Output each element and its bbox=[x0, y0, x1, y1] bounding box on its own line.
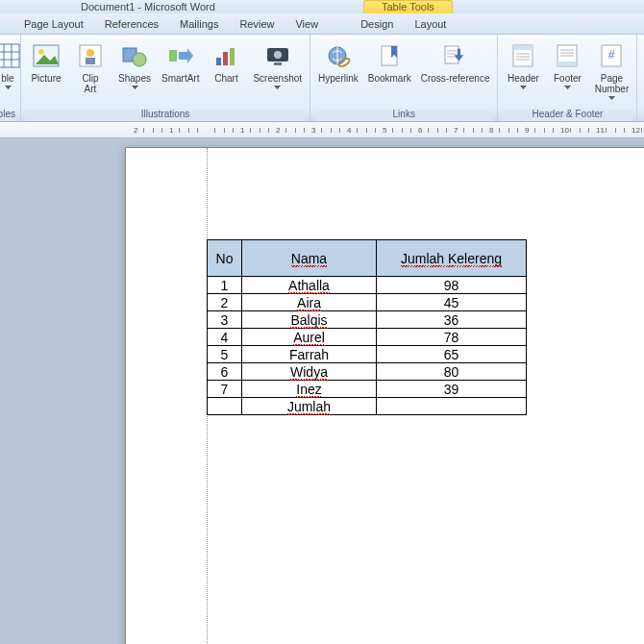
ruler-mark: 2 bbox=[132, 125, 139, 136]
cell-no[interactable]: 2 bbox=[208, 294, 242, 311]
group-links: Hyperlink Bookmark Cross-reference Links bbox=[310, 35, 498, 121]
ruler-mark: 3 bbox=[310, 125, 317, 136]
table-body: 1Athalla982Aira453Balqis364Aurel785Farra… bbox=[208, 277, 527, 415]
shapes-button[interactable]: Shapes bbox=[113, 37, 156, 95]
cell-no[interactable]: 4 bbox=[208, 329, 242, 346]
cell-nama[interactable]: Aurel bbox=[242, 329, 377, 346]
group-tables: ble Tables bbox=[0, 35, 21, 121]
table-row[interactable]: 1Athalla98 bbox=[208, 277, 527, 294]
svg-rect-18 bbox=[274, 62, 282, 65]
page-number-button[interactable]: # Page Number bbox=[590, 37, 632, 106]
table-footer-row[interactable]: Jumlah bbox=[208, 398, 527, 415]
cell-nama[interactable]: Athalla bbox=[242, 277, 377, 294]
ruler-mark: 9 bbox=[523, 125, 531, 136]
table-row[interactable]: 6Widya80 bbox=[208, 363, 527, 381]
table-icon bbox=[0, 40, 23, 71]
svg-rect-15 bbox=[230, 48, 235, 65]
cell-jumlah[interactable] bbox=[377, 398, 527, 415]
group-header-footer: Header Footer # Page Number Header & Foo… bbox=[498, 35, 637, 121]
cell-nama[interactable]: Farrah bbox=[242, 346, 377, 363]
page-number-label: Page Number bbox=[595, 73, 630, 94]
table-row[interactable]: 2Aira45 bbox=[208, 294, 527, 311]
chart-button[interactable]: Chart bbox=[205, 37, 247, 87]
group-illustrations: Picture Clip Art Shapes SmartArt Chart bbox=[21, 35, 310, 121]
tab-design[interactable]: Design bbox=[350, 15, 404, 34]
cell-jumlah[interactable]: 45 bbox=[377, 294, 527, 311]
table-header-row[interactable]: No Nama Jumlah Kelereng bbox=[208, 240, 527, 277]
cell-no[interactable]: 5 bbox=[208, 346, 242, 363]
horizontal-ruler[interactable]: 2112345678910111213 bbox=[0, 122, 644, 138]
hyperlink-icon bbox=[323, 40, 354, 71]
chevron-down-icon bbox=[274, 86, 281, 92]
screenshot-button[interactable]: Screenshot bbox=[249, 37, 306, 95]
screenshot-label: Screenshot bbox=[253, 73, 302, 84]
footer-label: Footer bbox=[554, 73, 582, 84]
hyperlink-button[interactable]: Hyperlink bbox=[314, 37, 362, 87]
cell-no[interactable]: 1 bbox=[208, 277, 242, 294]
cross-reference-label: Cross-reference bbox=[421, 73, 490, 84]
table-row[interactable]: 7Inez39 bbox=[208, 381, 527, 398]
cell-jumlah[interactable]: 78 bbox=[377, 329, 527, 346]
svg-rect-14 bbox=[223, 52, 228, 65]
group-header-footer-label: Header & Footer bbox=[502, 107, 632, 121]
cell-nama[interactable]: Balqis bbox=[242, 311, 377, 329]
clip-art-icon bbox=[75, 40, 106, 71]
table-row[interactable]: 3Balqis36 bbox=[208, 311, 527, 329]
cell-jumlah[interactable]: 39 bbox=[377, 381, 527, 398]
ruler-mark: 1 bbox=[167, 125, 175, 136]
svg-rect-27 bbox=[513, 45, 533, 50]
cell-jumlah[interactable]: 36 bbox=[377, 311, 527, 329]
group-illustrations-label: Illustrations bbox=[25, 107, 306, 121]
cell-nama[interactable]: Widya bbox=[242, 363, 377, 381]
cell-no[interactable]: 6 bbox=[208, 363, 242, 381]
header-nama[interactable]: Nama bbox=[242, 240, 377, 277]
cell-nama[interactable]: Jumlah bbox=[242, 398, 377, 415]
tab-layout[interactable]: Layout bbox=[404, 15, 457, 34]
document-table[interactable]: No Nama Jumlah Kelereng 1Athalla982Aira4… bbox=[207, 239, 527, 415]
table-tools-context-tab[interactable]: Table Tools bbox=[363, 0, 453, 13]
smartart-label: SmartArt bbox=[161, 73, 199, 84]
ruler-mark: 2 bbox=[274, 125, 282, 136]
ruler-mark: 8 bbox=[487, 125, 495, 136]
document-page[interactable]: No Nama Jumlah Kelereng 1Athalla982Aira4… bbox=[125, 147, 644, 644]
cell-jumlah[interactable]: 65 bbox=[377, 346, 527, 363]
document-workspace[interactable]: 2112345678910111213 No Nama Jumlah Keler… bbox=[0, 122, 644, 644]
clip-art-button[interactable]: Clip Art bbox=[69, 37, 111, 97]
picture-button[interactable]: Picture bbox=[25, 37, 67, 87]
header-button[interactable]: Header bbox=[502, 37, 544, 95]
header-jumlah[interactable]: Jumlah Kelereng bbox=[377, 240, 527, 277]
cell-jumlah[interactable]: 98 bbox=[377, 277, 527, 294]
picture-label: Picture bbox=[31, 73, 61, 84]
tab-mailings[interactable]: Mailings bbox=[169, 15, 229, 34]
footer-button[interactable]: Footer bbox=[546, 37, 588, 95]
chevron-down-icon bbox=[5, 86, 12, 92]
cell-nama[interactable]: Inez bbox=[242, 381, 377, 398]
svg-point-8 bbox=[87, 49, 94, 57]
ruler-mark: 12 bbox=[630, 125, 642, 136]
tab-page-layout[interactable]: Page Layout bbox=[13, 15, 94, 34]
tab-view[interactable]: View bbox=[285, 15, 329, 34]
tab-review[interactable]: Review bbox=[229, 15, 285, 34]
cell-no[interactable]: 3 bbox=[208, 311, 242, 329]
window-title: Document1 - Microsoft Word bbox=[81, 1, 215, 12]
ribbon-tabs: Page Layout References Mailings Review V… bbox=[0, 13, 644, 35]
chevron-down-icon bbox=[564, 86, 571, 92]
svg-rect-13 bbox=[216, 58, 221, 65]
table-row[interactable]: 4Aurel78 bbox=[208, 329, 527, 346]
footer-icon bbox=[552, 40, 582, 71]
smartart-button[interactable]: SmartArt bbox=[158, 37, 203, 87]
ruler-mark: 6 bbox=[416, 125, 424, 136]
cross-reference-button[interactable]: Cross-reference bbox=[417, 37, 494, 87]
ruler-mark: 10 bbox=[558, 125, 571, 136]
svg-point-11 bbox=[133, 53, 146, 66]
cell-jumlah[interactable]: 80 bbox=[377, 363, 527, 381]
cell-no[interactable]: 7 bbox=[208, 381, 242, 398]
cell-no[interactable] bbox=[208, 398, 242, 415]
cell-nama[interactable]: Aira bbox=[242, 294, 377, 311]
bookmark-icon bbox=[374, 40, 405, 71]
tab-references[interactable]: References bbox=[94, 15, 169, 34]
header-no[interactable]: No bbox=[208, 240, 242, 277]
ribbon: ble Tables Picture Clip Art Shapes bbox=[0, 35, 644, 122]
table-row[interactable]: 5Farrah65 bbox=[208, 346, 527, 363]
bookmark-button[interactable]: Bookmark bbox=[364, 37, 415, 87]
